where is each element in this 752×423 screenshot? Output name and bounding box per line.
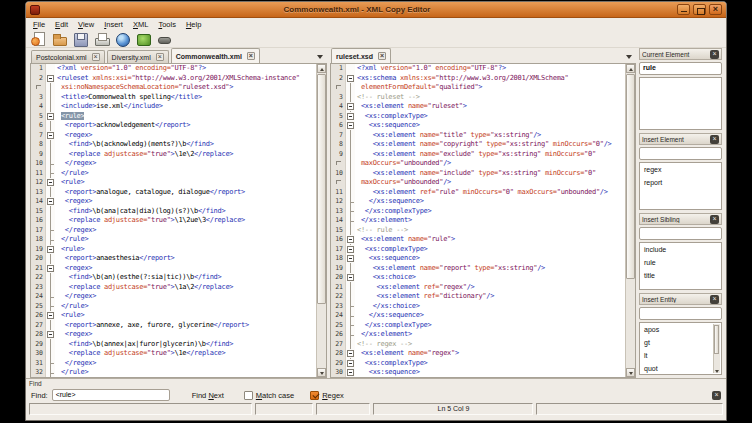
fold-toggle-icon[interactable] [346, 112, 355, 122]
code-line[interactable]: 28 <regex> [31, 330, 316, 340]
scroll-down-icon[interactable] [626, 368, 635, 377]
code-line[interactable]: 13 </xs:complexType> [331, 207, 625, 217]
code-line[interactable]: elementFormDefault="qualified"> [331, 83, 625, 93]
find-close-icon[interactable] [712, 391, 721, 400]
code-line[interactable]: 13 <report>analogue, catalogue, dialogue… [31, 188, 316, 198]
code-line[interactable]: 20 <xs:choice> [331, 273, 625, 283]
fold-toggle-icon[interactable] [46, 74, 55, 84]
code-line[interactable]: 14 </xs:element> [331, 216, 625, 226]
code-line[interactable]: 9 <replace adjustcase="true">\1e\2</repl… [31, 150, 316, 160]
code-line[interactable]: 12 </xs:sequence> [331, 197, 625, 207]
code-line[interactable]: 4 <include>ise.xml</include> [31, 102, 316, 112]
print-button[interactable] [94, 32, 109, 46]
code-line[interactable]: 5 <xs:complexType> [331, 112, 625, 122]
find-input[interactable]: <rule> [52, 389, 170, 401]
menu-edit[interactable]: Edit [55, 20, 68, 29]
fold-toggle-icon[interactable] [346, 273, 355, 283]
code-line[interactable]: 15<!-- rule --> [331, 226, 625, 236]
code-line[interactable]: 22 <xs:element ref="dictionary"/> [331, 292, 625, 302]
fold-toggle-icon[interactable] [46, 245, 55, 255]
tab-close-icon[interactable] [92, 53, 100, 61]
fold-toggle-icon[interactable] [46, 311, 55, 321]
menu-view[interactable]: View [78, 20, 94, 29]
code-line[interactable]: 3<!-- ruleset --> [331, 93, 625, 103]
fold-toggle-icon[interactable] [346, 254, 355, 264]
code-line[interactable]: 3 <title>Commonwealth spelling</title> [31, 93, 316, 103]
close-icon[interactable] [709, 4, 722, 15]
minimize-icon[interactable] [677, 4, 690, 15]
code-line[interactable]: 18 <xs:sequence> [331, 254, 625, 264]
code-line[interactable]: 30 <xs:sequence> [331, 368, 625, 378]
code-line[interactable]: 16 <xs:element name="rule"> [331, 235, 625, 245]
code-line[interactable]: 31 </regex> [31, 359, 316, 369]
match-case-checkbox[interactable] [244, 391, 253, 400]
code-line[interactable]: 25 </xs:complexType> [331, 321, 625, 331]
code-line[interactable]: 17 <xs:complexType> [331, 245, 625, 255]
tab-diversity-xml[interactable]: Diversity.xml [107, 50, 169, 63]
code-line[interactable]: 29 <find>\b(annex|ax|furor|glycerin)\b</… [31, 340, 316, 350]
code-line[interactable]: 7 <regex> [31, 131, 316, 141]
fold-toggle-icon[interactable] [46, 197, 55, 207]
scroll-up-icon[interactable] [626, 64, 635, 73]
code-line[interactable]: 29 <xs:complexType> [331, 359, 625, 369]
code-line[interactable]: 17 </regex> [31, 226, 316, 236]
right-editor-scrollbar[interactable] [625, 64, 635, 377]
menu-insert[interactable]: Insert [104, 20, 123, 29]
fold-toggle-icon[interactable] [346, 74, 355, 84]
code-line[interactable]: 10 </regex> [31, 159, 316, 169]
code-line[interactable]: 19 <xs:element name="report" type="xs:st… [331, 264, 625, 274]
code-line[interactable]: 30 <replace adjustcase="true">\1e</repla… [31, 349, 316, 359]
code-line[interactable]: 28 <xs:element name="regex"> [331, 349, 625, 359]
code-line[interactable]: 1<?xml version="1.0" encoding="UTF-8"?> [331, 64, 625, 74]
code-line[interactable]: 23 <replace adjustcase="true">\1a\2</rep… [31, 283, 316, 293]
tab-close-icon[interactable] [378, 52, 386, 60]
code-line[interactable]: 26 <rule> [31, 311, 316, 321]
fold-toggle-icon[interactable] [346, 121, 355, 131]
list-item-include[interactable]: include [640, 244, 721, 257]
tab-close-icon[interactable] [156, 53, 164, 61]
find-next-button[interactable]: Find Next [192, 391, 224, 400]
code-line[interactable]: 8 <xs:element name="copyright" type="xs:… [331, 140, 625, 150]
fold-toggle-icon[interactable] [346, 102, 355, 112]
list-item-quot[interactable]: quot [640, 363, 713, 375]
insert-sibling-input[interactable] [639, 227, 722, 240]
code-line[interactable]: 20 <report>anaesthesia</report> [31, 254, 316, 264]
fold-toggle-icon[interactable] [346, 235, 355, 245]
tab-commonwealth-xml[interactable]: Commonwealth.xml [171, 48, 260, 63]
titlebar[interactable]: Commonwealth.xml - XML Copy Editor [26, 2, 726, 18]
code-line[interactable]: 21 <xs:element ref="regex"/> [331, 283, 625, 293]
validate-button[interactable] [136, 32, 151, 46]
code-line[interactable]: 16 <replace adjustcase="true">\1\2ue\3</… [31, 216, 316, 226]
list-item-rule[interactable]: rule [640, 257, 721, 270]
scroll-thumb[interactable] [317, 74, 326, 304]
fold-toggle-icon[interactable] [46, 112, 55, 122]
scroll-down-icon[interactable] [317, 368, 326, 377]
regex-checkbox[interactable] [310, 391, 319, 400]
right-code-editor[interactable]: 1<?xml version="1.0" encoding="UTF-8"?>2… [330, 63, 636, 378]
code-line[interactable]: 11 </rule> [31, 169, 316, 179]
scroll-thumb[interactable] [626, 74, 635, 279]
code-line[interactable]: 2<xs:schema xmlns:xs="http://www.w3.org/… [331, 74, 625, 84]
code-line[interactable]: 8 <find>\b(acknowledg)(ments?)\b</find> [31, 140, 316, 150]
menu-tools[interactable]: Tools [158, 20, 176, 29]
list-item-apos[interactable]: apos [640, 324, 713, 337]
fold-toggle-icon[interactable] [46, 131, 55, 141]
code-line[interactable]: 26 </xs:element> [331, 330, 625, 340]
menu-help[interactable]: Help [186, 20, 201, 29]
maximize-icon[interactable] [693, 4, 706, 15]
list-item-report[interactable]: report [640, 177, 721, 190]
code-line[interactable]: 19 <rule> [31, 245, 316, 255]
scroll-down-icon[interactable] [715, 370, 719, 373]
insert-entity-input[interactable] [639, 307, 722, 320]
code-line[interactable]: 15 <find>\b(ana|cata|dia)(log)(s?)\b</fi… [31, 207, 316, 217]
left-code-editor[interactable]: 1<?xml version="1.0" encoding="UTF-8"?>2… [30, 63, 327, 378]
code-line[interactable]: 27 <report>annexe, axe, furore, glycerin… [31, 321, 316, 331]
tag-button[interactable] [157, 32, 172, 46]
list-scrollbar[interactable] [713, 324, 720, 373]
code-line[interactable]: xsi:noNamespaceSchemaLocation="ruleset.x… [31, 83, 316, 93]
insert-element-input[interactable] [639, 147, 722, 160]
panel-close-icon[interactable] [710, 135, 719, 144]
tab-overflow-icon[interactable] [317, 55, 323, 59]
code-line[interactable]: 24 </regex> [31, 292, 316, 302]
code-line[interactable]: 9 <xs:element name="exclude" type="xs:st… [331, 150, 625, 160]
